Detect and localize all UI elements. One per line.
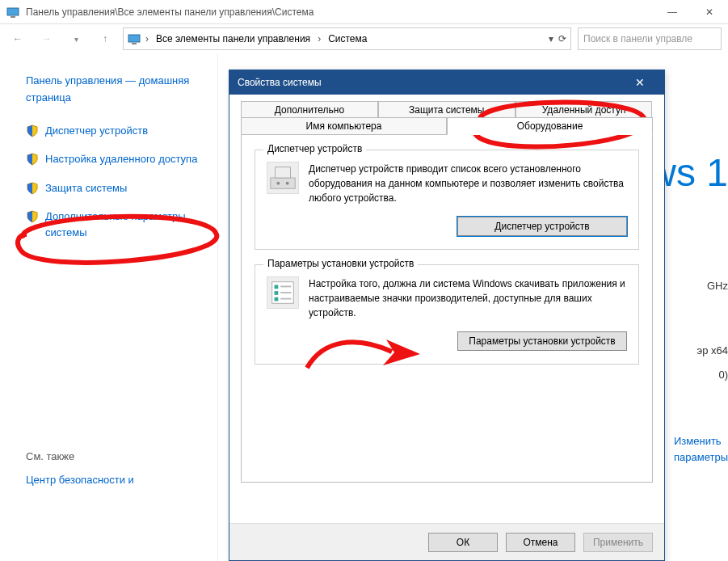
apply-button[interactable]: Применить [583, 533, 653, 552]
dialog-titlebar: Свойства системы ✕ [229, 70, 664, 95]
dialog-close-button[interactable]: ✕ [624, 76, 656, 89]
info-text: GHz [707, 280, 728, 292]
dialog-title: Свойства системы [238, 77, 322, 88]
svg-rect-9 [275, 285, 279, 289]
sidebar-item-label: Диспетчер устройств [45, 123, 148, 139]
tab-computer-name[interactable]: Имя компьютера [241, 117, 447, 135]
see-also-link[interactable]: Центр безопасности и [26, 474, 209, 486]
tab-strip: Дополнительно Защита системы Удаленный д… [241, 101, 653, 135]
window-title: Панель управления\Все элементы панели уп… [26, 6, 314, 18]
ok-button[interactable]: ОК [428, 533, 498, 552]
window-titlebar: Панель управления\Все элементы панели уп… [0, 0, 728, 24]
see-also-label: См. также [26, 450, 209, 462]
breadcrumb[interactable]: › Все элементы панели управления › Систе… [123, 27, 571, 50]
breadcrumb-item[interactable]: Все элементы панели управления [154, 33, 313, 44]
group-text: Диспетчер устройств приводит список всег… [309, 162, 627, 205]
back-button[interactable]: ← [6, 27, 29, 50]
tab-hardware[interactable]: Оборудование [447, 117, 653, 135]
checklist-icon [267, 276, 299, 309]
svg-point-7 [286, 182, 289, 185]
shield-icon [26, 124, 39, 137]
chevron-right-icon: › [145, 33, 149, 44]
close-button[interactable]: ✕ [691, 0, 728, 24]
forward-button[interactable]: → [36, 27, 58, 50]
chevron-right-icon: › [318, 33, 321, 44]
sidebar-home-link[interactable]: Панель управления — домашняя страница [26, 73, 209, 107]
sidebar-item-remote[interactable]: Настройка удаленного доступа [26, 151, 209, 167]
search-input[interactable]: Поиск в панели управле [578, 27, 722, 50]
svg-point-6 [276, 182, 280, 185]
svg-rect-1 [11, 16, 15, 18]
shield-icon [26, 210, 39, 223]
recent-button[interactable]: ▾ [65, 27, 87, 50]
sidebar-item-advanced[interactable]: Дополнительные параметры системы [26, 209, 209, 240]
svg-rect-0 [7, 8, 19, 15]
sidebar-item-label: Дополнительные параметры системы [45, 209, 209, 240]
group-text: Настройка того, должна ли система Window… [309, 276, 627, 320]
device-install-settings-button[interactable]: Параметры установки устройств [457, 331, 627, 351]
shield-icon [26, 182, 39, 195]
sidebar-item-label: Защита системы [45, 180, 127, 196]
tab-protection[interactable]: Защита системы [378, 101, 515, 118]
group-device-manager: Диспетчер устройств Диспетчер устройств … [255, 150, 639, 250]
group-device-install-settings: Параметры установки устройств Настройка … [255, 264, 639, 365]
system-icon [6, 6, 19, 19]
info-text: 0) [718, 369, 728, 381]
dialog-button-row: ОК Отмена Применить [229, 523, 664, 560]
svg-rect-11 [275, 297, 279, 302]
change-settings-link[interactable]: Изменить параметры [674, 433, 728, 465]
search-placeholder: Поиск в панели управле [583, 33, 692, 44]
tab-advanced[interactable]: Дополнительно [241, 101, 378, 118]
svg-rect-5 [276, 167, 291, 178]
sidebar-item-protection[interactable]: Защита системы [26, 180, 209, 196]
device-manager-button[interactable]: Диспетчер устройств [457, 217, 627, 236]
sidebar-item-device-manager[interactable]: Диспетчер устройств [26, 123, 209, 139]
device-manager-icon [267, 162, 299, 194]
breadcrumb-item[interactable]: Система [326, 33, 369, 44]
cancel-button[interactable]: Отмена [506, 533, 575, 552]
up-button[interactable]: ↑ [94, 27, 116, 50]
tab-content: Диспетчер устройств Диспетчер устройств … [241, 135, 653, 483]
sidebar-item-label: Настройка удаленного доступа [45, 151, 197, 167]
monitor-icon [128, 32, 141, 45]
minimize-button[interactable]: — [654, 0, 691, 24]
svg-rect-3 [132, 43, 137, 44]
svg-rect-4 [271, 178, 295, 188]
svg-rect-10 [275, 291, 279, 295]
system-properties-dialog: Свойства системы ✕ Дополнительно Защита … [229, 70, 665, 561]
dropdown-icon[interactable]: ▾ [549, 33, 553, 44]
svg-rect-2 [128, 35, 140, 42]
group-title: Диспетчер устройств [263, 143, 366, 154]
sidebar: Панель управления — домашняя страница Ди… [0, 53, 218, 561]
shield-icon [26, 153, 39, 166]
tab-remote[interactable]: Удаленный доступ [515, 101, 653, 118]
group-title: Параметры установки устройств [263, 258, 418, 269]
refresh-icon[interactable]: ⟳ [558, 33, 566, 44]
toolbar: ← → ▾ ↑ › Все элементы панели управления… [0, 24, 728, 53]
info-text: эр x64 [697, 344, 728, 356]
